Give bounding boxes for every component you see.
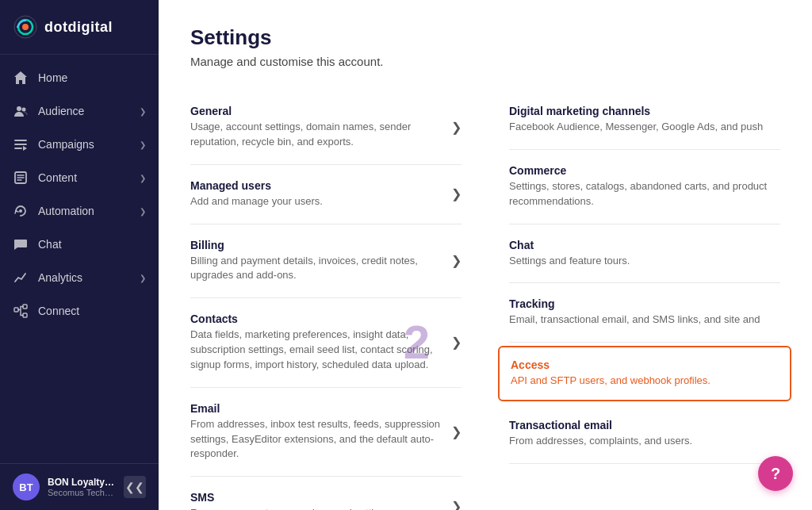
settings-item-sms-title: SMS (190, 491, 443, 504)
settings-item-contacts-content: Contacts Data fields, marketing preferen… (190, 313, 443, 373)
contacts-arrow-icon: ❯ (451, 335, 462, 350)
sidebar-nav: Home Audience ❯ Campaigns ❯ (0, 55, 159, 463)
settings-item-managed-users[interactable]: Managed users Add and manage your users.… (190, 165, 462, 224)
settings-item-billing-title: Billing (190, 239, 443, 251)
logo-text: dotdigital (44, 19, 113, 36)
campaigns-icon (13, 136, 29, 152)
managed-users-arrow-icon: ❯ (451, 186, 462, 201)
settings-item-chat-settings-desc: Settings and feature tours. (509, 254, 780, 269)
collapse-sidebar-button[interactable]: ❮❮ (124, 476, 146, 498)
settings-item-tracking[interactable]: Tracking Email, transactional email, and… (509, 283, 780, 343)
settings-item-email-content: Email From addresses, inbox test results… (190, 402, 443, 462)
page-title: Settings (190, 25, 780, 50)
settings-item-commerce[interactable]: Commerce Settings, stores, catalogs, aba… (509, 150, 780, 224)
settings-item-digital-marketing-title: Digital marketing channels (509, 105, 780, 117)
sidebar-item-connect-label: Connect (38, 305, 146, 317)
sidebar-item-campaigns[interactable]: Campaigns ❯ (0, 128, 159, 161)
email-arrow-icon: ❯ (451, 424, 462, 439)
audience-icon (13, 103, 29, 119)
settings-item-access-desc: API and SFTP users, and webhook profiles… (511, 374, 779, 389)
campaigns-chevron-icon: ❯ (140, 140, 146, 149)
account-name: BON Loyalty Test ac... (48, 477, 116, 488)
settings-item-commerce-desc: Settings, stores, catalogs, abandoned ca… (509, 179, 780, 209)
settings-item-email-title: Email (190, 402, 443, 415)
settings-item-general[interactable]: General Usage, account settings, domain … (190, 90, 462, 165)
settings-item-transactional-email-desc: From addresses, complaints, and users. (509, 434, 780, 449)
settings-item-chat-settings[interactable]: Chat Settings and feature tours. (509, 224, 780, 284)
sidebar-item-chat[interactable]: Chat (0, 228, 159, 261)
general-arrow-icon: ❯ (451, 120, 462, 135)
settings-item-contacts[interactable]: Contacts Data fields, marketing preferen… (190, 298, 462, 388)
footer-info: BON Loyalty Test ac... Secomus Technolog… (48, 477, 116, 497)
sidebar-item-campaigns-label: Campaigns (38, 138, 130, 151)
page-subtitle: Manage and customise this account. (190, 55, 780, 68)
sidebar-item-analytics[interactable]: Analytics ❯ (0, 261, 159, 294)
sidebar-item-home-label: Home (38, 71, 146, 84)
settings-left-column: General Usage, account settings, domain … (190, 90, 462, 510)
settings-item-transactional-email-title: Transactional email (509, 419, 780, 431)
sidebar-item-automation[interactable]: Automation ❯ (0, 194, 159, 228)
sidebar: dotdigital Home Audience ❯ Campai (0, 0, 159, 510)
sidebar-item-chat-label: Chat (38, 238, 146, 251)
home-icon (13, 70, 29, 86)
settings-item-sms-desc: From names, auto-responders, and setting… (190, 506, 443, 510)
settings-item-access[interactable]: Access API and SFTP users, and webhook p… (498, 346, 791, 401)
settings-item-sms[interactable]: SMS From names, auto-responders, and set… (190, 477, 462, 510)
main-content: Settings Manage and customise this accou… (159, 0, 812, 510)
settings-item-digital-marketing[interactable]: Digital marketing channels Facebook Audi… (509, 90, 780, 150)
settings-item-chat-settings-title: Chat (509, 239, 780, 251)
billing-arrow-icon: ❯ (451, 253, 462, 268)
settings-item-managed-users-desc: Add and manage your users. (190, 194, 443, 209)
chat-icon (13, 236, 29, 252)
settings-item-billing[interactable]: Billing Billing and payment details, inv… (190, 224, 462, 299)
svg-point-6 (19, 209, 22, 213)
settings-item-managed-users-title: Managed users (190, 179, 443, 192)
settings-item-general-content: General Usage, account settings, domain … (190, 105, 443, 150)
settings-item-tracking-desc: Email, transactional email, and SMS link… (509, 313, 780, 328)
audience-chevron-icon: ❯ (140, 107, 146, 116)
sidebar-footer: BT BON Loyalty Test ac... Secomus Techno… (0, 463, 159, 510)
sidebar-item-content-label: Content (38, 171, 130, 184)
svg-point-3 (17, 106, 21, 111)
content-icon (13, 170, 29, 186)
content-chevron-icon: ❯ (140, 174, 146, 182)
svg-point-2 (22, 24, 29, 30)
svg-point-4 (22, 108, 26, 112)
settings-grid: General Usage, account settings, domain … (190, 90, 780, 510)
settings-item-email-desc: From addresses, inbox test results, feed… (190, 417, 443, 462)
sidebar-item-home[interactable]: Home (0, 61, 159, 94)
sms-arrow-icon: ❯ (451, 499, 462, 510)
settings-item-general-title: General (190, 105, 443, 117)
settings-right-column: Digital marketing channels Facebook Audi… (509, 90, 780, 510)
connect-icon (13, 303, 29, 319)
settings-item-contacts-desc: Data fields, marketing preferences, insi… (190, 328, 443, 373)
settings-item-billing-desc: Billing and payment details, invoices, c… (190, 254, 443, 284)
sidebar-item-audience[interactable]: Audience ❯ (0, 94, 159, 128)
automation-chevron-icon: ❯ (140, 207, 146, 216)
analytics-chevron-icon: ❯ (140, 274, 146, 282)
sidebar-item-automation-label: Automation (38, 205, 130, 217)
settings-item-billing-content: Billing Billing and payment details, inv… (190, 239, 443, 284)
automation-icon (13, 203, 29, 219)
settings-item-access-title: Access (511, 359, 779, 371)
settings-item-digital-marketing-desc: Facebook Audience, Messenger, Google Ads… (509, 120, 780, 135)
analytics-icon (13, 270, 29, 286)
sidebar-logo: dotdigital (0, 0, 159, 55)
settings-item-transactional-email[interactable]: Transactional email From addresses, comp… (509, 405, 780, 464)
company-name: Secomus Technology (48, 488, 116, 497)
settings-item-sms-content: SMS From names, auto-responders, and set… (190, 491, 443, 510)
settings-item-general-desc: Usage, account settings, domain names, s… (190, 120, 443, 150)
sidebar-item-audience-label: Audience (38, 105, 130, 117)
settings-item-commerce-title: Commerce (509, 164, 780, 177)
settings-item-email[interactable]: Email From addresses, inbox test results… (190, 388, 462, 477)
settings-item-managed-users-content: Managed users Add and manage your users. (190, 179, 443, 209)
settings-item-contacts-title: Contacts (190, 313, 443, 325)
sidebar-item-connect[interactable]: Connect (0, 294, 159, 328)
logo-icon (13, 14, 38, 40)
avatar: BT (13, 474, 40, 500)
help-button[interactable]: ? (758, 456, 793, 491)
sidebar-item-content[interactable]: Content ❯ (0, 161, 159, 194)
settings-item-tracking-title: Tracking (509, 297, 780, 310)
sidebar-item-analytics-label: Analytics (38, 271, 130, 284)
